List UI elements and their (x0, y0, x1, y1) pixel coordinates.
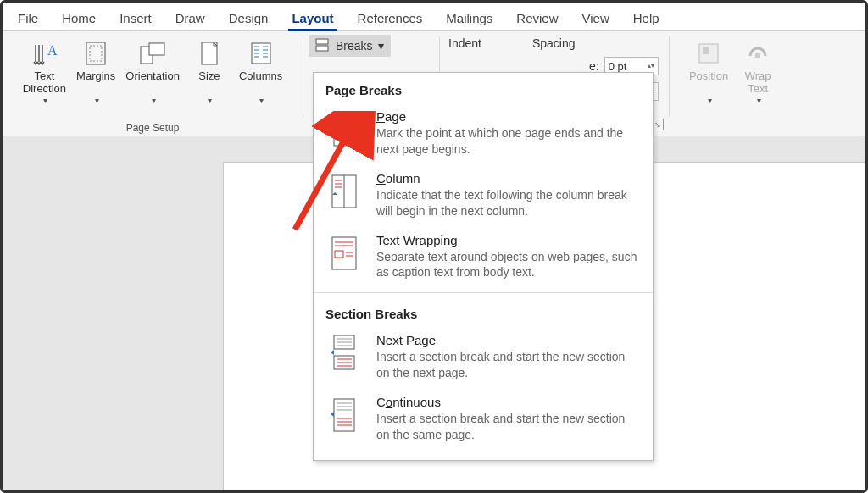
tab-mailings[interactable]: Mailings (434, 6, 504, 30)
continuous-break-icon (326, 395, 363, 435)
chevron-down-icon: ▾ (152, 96, 156, 106)
chevron-down-icon: ▾ (757, 96, 761, 106)
breaks-dropdown: Page Breaks Page Mark the point at which… (313, 72, 654, 461)
text-direction-icon: A (31, 38, 58, 69)
break-textwrap-desc: Separate text around objects on web page… (376, 249, 641, 281)
break-page-item[interactable]: Page Mark the point at which one page en… (314, 104, 653, 166)
break-continuous-desc: Insert a section break and start the new… (376, 411, 641, 443)
columns-label: Columns (239, 70, 282, 83)
group-arrange: Position▾ Wrap Text▾ (670, 31, 797, 136)
break-column-desc: Indicate that the text following the col… (376, 187, 641, 219)
svg-rect-18 (703, 47, 709, 54)
margins-icon (82, 38, 109, 69)
svg-rect-41 (334, 399, 354, 431)
tab-view[interactable]: View (570, 6, 621, 30)
break-nextpage-desc: Insert a section break and start the new… (376, 349, 641, 381)
columns-icon (248, 38, 274, 69)
tab-insert[interactable]: Insert (108, 6, 164, 30)
text-direction-button[interactable]: A Text Direction▾ (19, 35, 70, 105)
chevron-down-icon: ▾ (208, 96, 212, 106)
page-break-icon (326, 109, 363, 150)
svg-rect-1 (86, 42, 105, 64)
breaks-icon (315, 38, 331, 54)
breaks-label: Breaks (336, 39, 373, 53)
break-nextpage-item[interactable]: Next Page Insert a section break and sta… (314, 328, 653, 390)
chevron-down-icon: ▾ (95, 96, 99, 106)
svg-text:A: A (47, 43, 58, 58)
break-page-desc: Mark the point at which one page ends an… (376, 125, 641, 158)
tab-draw[interactable]: Draw (164, 6, 217, 30)
breaks-button[interactable]: Breaks ▾ (309, 35, 391, 57)
break-textwrap-title: Text Wrapping (376, 233, 641, 247)
wrap-text-icon (745, 38, 771, 69)
spacing-before-value: 0 pt (609, 60, 627, 73)
margins-label: Margins (76, 70, 115, 83)
text-wrapping-break-icon (326, 233, 363, 274)
size-icon (197, 38, 222, 69)
svg-rect-2 (90, 46, 102, 61)
wrap-text-label: Wrap Text (745, 70, 771, 96)
orientation-button[interactable]: Orientation▾ (122, 35, 183, 105)
svg-rect-19 (755, 53, 760, 58)
group-page-setup: A Text Direction▾ Margins▾ Orientation▾ (3, 31, 303, 136)
break-column-item[interactable]: Column Indicate that the text following … (314, 166, 653, 228)
orientation-label: Orientation (125, 70, 180, 83)
tab-help[interactable]: Help (621, 6, 671, 30)
chevron-down-icon: ▾ (259, 96, 264, 106)
next-page-break-icon (326, 333, 363, 374)
tab-design[interactable]: Design (217, 6, 281, 30)
chevron-down-icon: ▾ (43, 96, 47, 106)
text-direction-label: Text Direction (23, 70, 66, 96)
columns-button[interactable]: Columns▾ (236, 35, 286, 105)
svg-rect-16 (316, 46, 328, 51)
page-breaks-header: Page Breaks (314, 73, 653, 104)
position-button: Position▾ (686, 35, 732, 105)
tab-layout[interactable]: Layout (280, 6, 345, 30)
margins-button[interactable]: Margins▾ (73, 35, 119, 105)
ribbon-tabs: File Home Insert Draw Design Layout Refe… (3, 3, 865, 31)
break-column-title: Column (376, 171, 641, 186)
tab-home[interactable]: Home (50, 6, 108, 30)
chevron-down-icon: ▾ (378, 39, 384, 53)
section-breaks-header: Section Breaks (314, 296, 653, 328)
column-break-icon (326, 171, 363, 212)
indent-header: Indent (448, 36, 481, 50)
svg-rect-20 (334, 112, 354, 125)
svg-rect-21 (334, 132, 354, 146)
break-nextpage-title: Next Page (376, 333, 641, 347)
position-icon (696, 38, 721, 69)
tab-references[interactable]: References (346, 6, 435, 30)
page-setup-group-label: Page Setup (3, 122, 303, 134)
break-textwrap-item[interactable]: Text Wrapping Separate text around objec… (314, 228, 653, 290)
dialog-launcher-icon[interactable]: ↘ (652, 119, 664, 130)
spacing-header: Spacing (532, 36, 576, 50)
break-page-title: Page (376, 109, 641, 124)
chevron-down-icon: ▾ (708, 96, 712, 106)
size-button[interactable]: Size▾ (186, 35, 232, 105)
position-label: Position (689, 70, 728, 83)
orientation-icon (138, 38, 167, 69)
svg-rect-4 (149, 43, 164, 55)
break-continuous-title: Continuous (376, 395, 641, 409)
wrap-text-button: Wrap Text▾ (735, 35, 781, 105)
tab-review[interactable]: Review (504, 6, 570, 30)
spinner-arrows-icon[interactable]: ▴▾ (648, 64, 654, 69)
break-continuous-item[interactable]: Continuous Insert a section break and st… (314, 390, 653, 451)
spacing-before-label: e: (589, 59, 599, 73)
size-label: Size (198, 70, 220, 83)
svg-rect-15 (316, 39, 328, 44)
tab-file[interactable]: File (6, 6, 50, 30)
dropdown-separator (314, 292, 653, 293)
